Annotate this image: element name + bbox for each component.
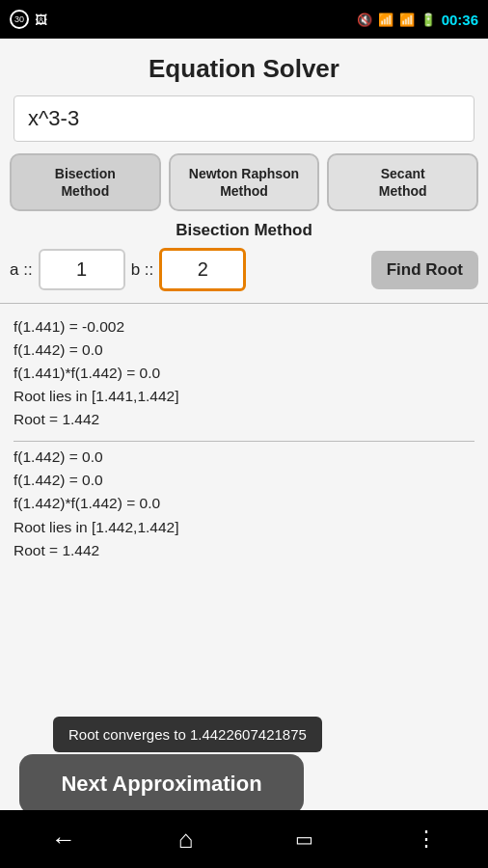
bottom-nav: ← ⌂ ▭ ⋮ [0,810,488,868]
a-input[interactable] [39,249,125,290]
b-input[interactable] [159,248,246,291]
wifi-icon: 📶 [378,13,393,27]
status-bar: 30 🖼 🔇 📶 📶 🔋 00:36 [0,0,488,39]
back-button[interactable]: ← [51,825,76,854]
main-content: Equation Solver BisectionMethod Newton R… [0,39,488,829]
equation-input-container[interactable] [14,95,474,142]
result-line: Root = 1.442 [14,539,474,562]
result-line: Root lies in [1.441,1.442] [14,385,474,408]
status-bar-right: 🔇 📶 📶 🔋 00:36 [357,12,478,28]
newton-raphson-method-button[interactable]: Newton RaphsonMethod [169,153,320,211]
next-approximation-button[interactable]: Next Approximation [19,754,304,814]
mute-icon: 🔇 [357,13,372,27]
result-line: f(1.442)*f(1.442) = 0.0 [14,492,474,515]
bisection-method-button[interactable]: BisectionMethod [10,153,161,211]
divider-1 [0,303,488,304]
menu-button[interactable]: ⋮ [416,827,437,852]
find-root-button[interactable]: Find Root [371,251,478,289]
signal-icon: 📶 [399,13,415,27]
notification-icon: 30 [10,10,29,29]
result-line: f(1.441) = -0.002 [14,315,474,339]
result-block-1: f(1.441) = -0.002 f(1.442) = 0.0 f(1.441… [14,315,474,431]
photo-icon: 🖼 [35,13,47,27]
result-line: f(1.442) = 0.0 [14,339,474,362]
recent-apps-button[interactable]: ▭ [295,827,313,851]
status-time: 00:36 [442,12,478,28]
divider-2 [14,441,474,442]
app-title: Equation Solver [0,39,488,95]
bisection-method-label: Bisection Method [0,221,488,240]
method-buttons: BisectionMethod Newton RaphsonMethod Sec… [10,153,478,211]
result-line: f(1.441)*f(1.442) = 0.0 [14,362,474,385]
b-label: b :: [131,260,154,280]
battery-icon: 🔋 [420,13,436,27]
equation-input[interactable] [28,106,460,131]
status-bar-left: 30 🖼 [10,10,47,29]
input-row: a :: b :: Find Root [10,248,478,291]
result-line: f(1.442) = 0.0 [14,469,474,492]
result-line: Root lies in [1.442,1.442] [14,516,474,539]
tooltip: Root converges to 1.4422607421875 [53,717,322,752]
a-label: a :: [10,260,33,280]
result-line: Root = 1.442 [14,408,474,431]
result-block-2: f(1.442) = 0.0 f(1.442) = 0.0 f(1.442)*f… [14,446,474,561]
result-line: f(1.442) = 0.0 [14,446,474,469]
home-button[interactable]: ⌂ [178,825,194,854]
secant-method-button[interactable]: SecantMethod [327,153,478,211]
